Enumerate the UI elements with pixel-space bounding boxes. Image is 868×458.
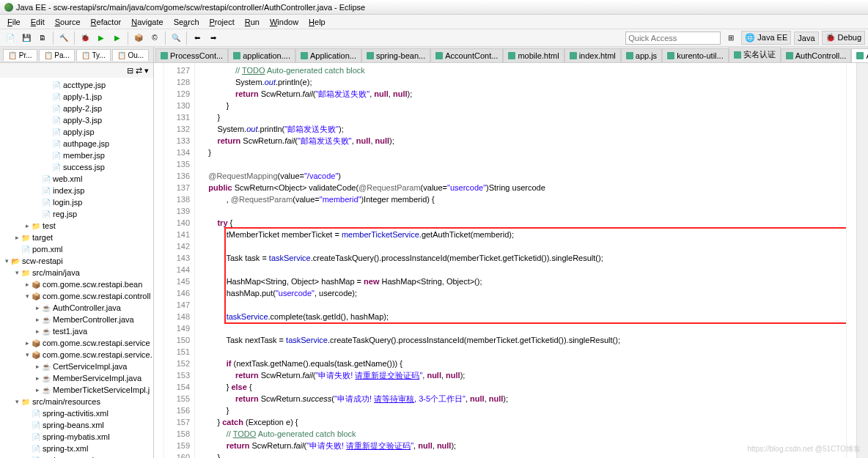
- tree-item[interactable]: ▸📁target: [0, 232, 153, 243]
- tree-item[interactable]: 📄spring-activitis.xml: [0, 407, 153, 419]
- forward-icon[interactable]: ➡: [206, 31, 221, 45]
- file-icon: [626, 52, 633, 59]
- menu-search[interactable]: Search: [169, 16, 204, 27]
- search-icon[interactable]: 🔍: [169, 31, 183, 45]
- editor-tab[interactable]: ProcessCont...: [155, 48, 228, 62]
- save-all-icon[interactable]: 🗎: [35, 31, 50, 45]
- file-icon: [667, 52, 674, 59]
- new-class-icon[interactable]: ©: [147, 31, 162, 45]
- new-icon[interactable]: 📄: [3, 31, 18, 45]
- open-perspective-icon[interactable]: ⊞: [724, 31, 738, 45]
- run-icon[interactable]: ▶: [94, 31, 108, 45]
- tree-item[interactable]: 📄springmvc.xml: [0, 454, 153, 458]
- tree-item[interactable]: 📄member.jsp: [0, 149, 153, 161]
- perspective-java[interactable]: Java: [794, 32, 818, 45]
- editor-tab[interactable]: index.html: [564, 48, 621, 62]
- menu-edit[interactable]: Edit: [26, 16, 49, 27]
- tree-item[interactable]: ▾📂scw-restapi: [0, 255, 153, 267]
- tree-item[interactable]: 📄web.xml: [0, 173, 153, 185]
- tree-item[interactable]: ▾📁src/main/resources: [0, 396, 153, 407]
- left-tab-2[interactable]: 📋 Ty...: [76, 49, 111, 61]
- left-tab-1[interactable]: 📋 Pa...: [39, 49, 75, 61]
- quick-access-input[interactable]: [625, 32, 721, 45]
- menu-refactor[interactable]: Refactor: [87, 16, 126, 27]
- tree-item[interactable]: 📄accttype.jsp: [0, 79, 153, 91]
- menu-project[interactable]: Project: [205, 16, 239, 27]
- collapse-all-icon[interactable]: ⊟: [127, 66, 133, 75]
- main-toolbar: 📄 💾 🗎 🔨 🐞 ▶ ▶ 📦 © 🔍 ⬅ ➡ ⊞ 🌐 Java EE Java…: [0, 29, 868, 47]
- link-editor-icon[interactable]: ⇄: [136, 66, 142, 75]
- tree-item[interactable]: ▸☕test1.java: [0, 325, 153, 337]
- editor-tab[interactable]: 实名认证: [729, 47, 781, 62]
- file-icon: [161, 52, 168, 59]
- file-icon: [435, 52, 443, 59]
- view-menu-icon[interactable]: ▾: [144, 66, 149, 75]
- view-toolbar: ⊟ ⇄ ▾: [0, 63, 153, 78]
- menu-window[interactable]: Window: [265, 16, 303, 27]
- line-number-gutter: 1271281291301311321331341351361371381391…: [164, 63, 195, 458]
- editor-tab[interactable]: AuthControll...✕: [851, 48, 868, 62]
- left-tab-0[interactable]: 📋 Pr...: [3, 49, 37, 61]
- tree-item[interactable]: ▾📦com.gome.scw.restapi.service.: [0, 349, 153, 361]
- tree-item[interactable]: 📄reg.jsp: [0, 208, 153, 220]
- menu-run[interactable]: Run: [240, 16, 264, 27]
- perspective-javaee[interactable]: 🌐 Java EE: [741, 31, 791, 45]
- editor-area: ProcessCont...application....Application…: [154, 47, 868, 458]
- editor-tab[interactable]: AccountCont...: [430, 48, 503, 62]
- file-icon: [301, 52, 308, 59]
- tree-item[interactable]: 📄apply.jsp: [0, 126, 153, 138]
- code-editor[interactable]: // TODO Auto-generated catch block Syste…: [195, 63, 846, 458]
- new-pkg-icon[interactable]: 📦: [131, 31, 146, 45]
- editor-tab[interactable]: application....: [228, 48, 295, 62]
- debug-icon[interactable]: 🐞: [78, 31, 92, 45]
- perspective-debug[interactable]: 🐞 Debug: [822, 31, 865, 45]
- tree-item[interactable]: 📄success.jsp: [0, 161, 153, 173]
- tree-item[interactable]: 📄spring-beans.xml: [0, 419, 153, 431]
- tree-item[interactable]: 📄pom.xml: [0, 243, 153, 255]
- tree-item[interactable]: ▸📦com.gome.scw.restapi.service: [0, 337, 153, 349]
- editor-tab[interactable]: kurento-util...: [662, 48, 729, 62]
- editor-tab[interactable]: app.js: [621, 48, 662, 62]
- menu-file[interactable]: File: [3, 16, 25, 27]
- tree-item[interactable]: 📄apply-2.jsp: [0, 103, 153, 114]
- tree-item[interactable]: 📄apply-3.jsp: [0, 114, 153, 126]
- eclipse-icon: [4, 3, 13, 12]
- menu-source[interactable]: Source: [51, 16, 85, 27]
- title-bar: Java EE - scw-restapi/src/main/java/com/…: [0, 0, 868, 15]
- tree-item[interactable]: 📄login.jsp: [0, 196, 153, 208]
- tree-item[interactable]: ▸☕CertServiceImpl.java: [0, 361, 153, 372]
- file-icon: [233, 52, 240, 59]
- editor-tab[interactable]: Application...: [295, 48, 361, 62]
- editor-tab[interactable]: spring-bean...: [361, 48, 430, 62]
- tree-item[interactable]: 📄authpage.jsp: [0, 138, 153, 149]
- menu-help[interactable]: Help: [304, 16, 330, 27]
- tree-item[interactable]: 📄spring-mybatis.xml: [0, 431, 153, 443]
- menu-navigate[interactable]: Navigate: [127, 16, 167, 27]
- tree-item[interactable]: ▸☕MemberController.java: [0, 314, 153, 325]
- file-icon: [786, 52, 793, 59]
- package-explorer: 📋 Pr...📋 Pa...📋 Ty...📋 Ou... ⊟ ⇄ ▾ 📄acct…: [0, 47, 154, 458]
- tree-item[interactable]: ▸☕MemberServiceImpl.java: [0, 372, 153, 384]
- save-icon[interactable]: 💾: [19, 31, 34, 45]
- tree-item[interactable]: 📄apply-1.jsp: [0, 91, 153, 103]
- tree-item[interactable]: ▾📁src/main/java: [0, 267, 153, 278]
- tree-item[interactable]: ▸☕AuthController.java: [0, 302, 153, 314]
- editor-tab[interactable]: mobile.html: [503, 48, 564, 62]
- vertical-scrollbar[interactable]: [856, 63, 868, 458]
- project-tree[interactable]: 📄accttype.jsp📄apply-1.jsp📄apply-2.jsp📄ap…: [0, 78, 153, 458]
- left-tab-3[interactable]: 📋 Ou...: [112, 49, 149, 61]
- editor-tab[interactable]: AuthControll...: [781, 48, 852, 62]
- file-icon: [856, 52, 864, 59]
- build-icon[interactable]: 🔨: [56, 31, 71, 45]
- tree-item[interactable]: ▾📦com.gome.scw.restapi.controll: [0, 290, 153, 302]
- tree-item[interactable]: 📄spring-tx.xml: [0, 443, 153, 454]
- tree-item[interactable]: ▸📦com.gome.scw.restapi.bean: [0, 278, 153, 290]
- file-icon: [570, 52, 577, 59]
- back-icon[interactable]: ⬅: [190, 31, 205, 45]
- highlight-box: [224, 227, 846, 324]
- tree-item[interactable]: ▸📁test: [0, 220, 153, 232]
- tree-item[interactable]: ▸☕MemberTicketServiceImpl.j: [0, 384, 153, 396]
- tree-item[interactable]: 📄index.jsp: [0, 185, 153, 196]
- run-ext-icon[interactable]: ▶: [110, 31, 125, 45]
- annotation-ruler: [154, 63, 164, 458]
